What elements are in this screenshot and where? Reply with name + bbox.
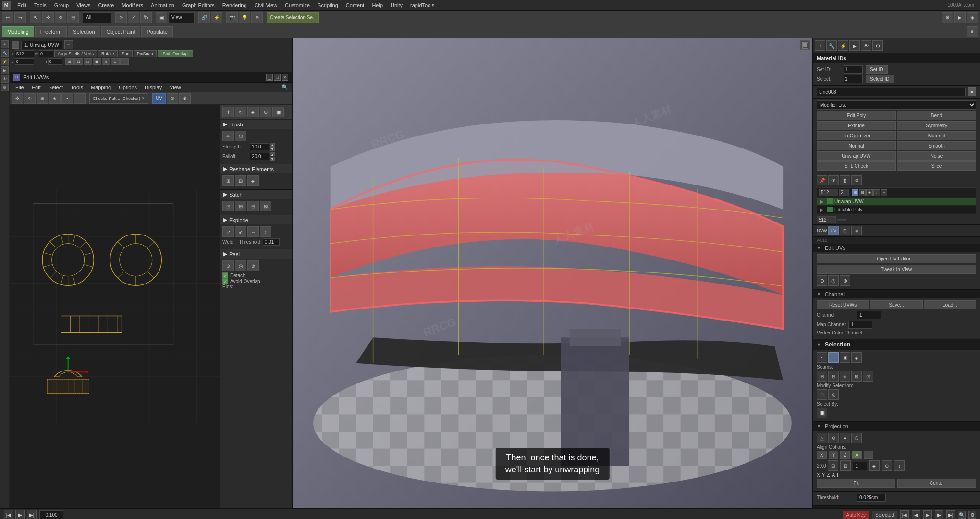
- proj-icon5[interactable]: ⊞: [828, 460, 838, 471]
- align-x-btn[interactable]: X: [817, 451, 827, 459]
- menu-rapid-tools[interactable]: rapidTools: [406, 0, 438, 11]
- peel-btn2[interactable]: ◎: [828, 275, 839, 286]
- brush-icon1[interactable]: ✏: [222, 131, 234, 141]
- menu-civil-view[interactable]: Civil View: [251, 0, 281, 11]
- proj-cyl-icon[interactable]: ⊙: [828, 432, 839, 443]
- settings-btn[interactable]: ≡: [967, 26, 978, 37]
- icon6[interactable]: ⊕: [111, 58, 120, 65]
- menu-views[interactable]: Views: [73, 0, 94, 11]
- rotate-btn-small[interactable]: Rotate: [98, 50, 118, 57]
- crosshair-icon-btn[interactable]: ✛: [222, 107, 234, 117]
- tab-object-paint[interactable]: Object Paint: [101, 26, 141, 37]
- uv-menu-options[interactable]: Options: [115, 83, 141, 92]
- avoid-overlap-checkbox[interactable]: ✓: [222, 278, 228, 284]
- vp-perspective-icon[interactable]: [800, 40, 810, 50]
- selection-header[interactable]: ▼ Selection: [813, 339, 980, 350]
- uv-menu-edit[interactable]: Edit: [28, 83, 45, 92]
- uv-search[interactable]: 🔍: [280, 84, 290, 90]
- rotate-icon-btn[interactable]: ↻: [235, 107, 246, 117]
- proj-val-input[interactable]: [853, 462, 867, 470]
- center-btn[interactable]: Center: [897, 479, 976, 488]
- pro-optimizer-btn[interactable]: ProOptimizer: [817, 131, 896, 140]
- freeform-icon-btn[interactable]: ◈: [247, 107, 259, 117]
- val-empty[interactable]: [837, 219, 846, 221]
- sel-face-icon[interactable]: ▣: [840, 352, 850, 363]
- object-color-swatch[interactable]: ■: [968, 87, 976, 96]
- channel-header[interactable]: ▼ Channel: [813, 290, 980, 298]
- uv-menu-select[interactable]: Select: [45, 83, 67, 92]
- menu-rendering[interactable]: Rendering: [219, 0, 251, 11]
- snap-icon-btn[interactable]: ⊙: [260, 107, 271, 117]
- mod-sel-icon1[interactable]: ⊙: [817, 389, 827, 400]
- modifier-list-dropdown[interactable]: Modifier List: [817, 100, 976, 110]
- icon4[interactable]: ▣: [93, 58, 101, 65]
- save-uvws-btn[interactable]: Save...: [870, 300, 922, 309]
- mod-sel-icon2[interactable]: ◎: [828, 389, 839, 400]
- material-btn[interactable]: Material: [897, 131, 976, 140]
- uv-menu-mapping[interactable]: Mapping: [87, 83, 115, 92]
- y-value-small[interactable]: 0: [15, 58, 34, 65]
- stack-unwrap-item[interactable]: ▶ Unwrap UVW: [817, 198, 976, 206]
- icon5[interactable]: ◈: [102, 58, 110, 65]
- proj-sph-icon[interactable]: ●: [840, 432, 850, 443]
- stack-val1[interactable]: 512: [819, 189, 838, 196]
- reshape-icon2[interactable]: ⊟: [235, 175, 246, 186]
- rp-icon-create[interactable]: +: [815, 40, 825, 51]
- object-name-field[interactable]: Line008: [817, 88, 966, 96]
- open-uv-editor-btn[interactable]: Open UV Editor ...: [817, 254, 976, 263]
- seam-icon3[interactable]: ◈: [840, 371, 850, 382]
- uv-move-btn[interactable]: ✛: [12, 93, 23, 104]
- scale-btn[interactable]: ⊞: [67, 12, 79, 23]
- tab-modeling[interactable]: Modeling: [2, 26, 34, 37]
- stack-icon5[interactable]: ↔: [881, 189, 887, 196]
- view-dropdown[interactable]: View: [168, 12, 195, 23]
- next-frame-btn[interactable]: ▶|: [27, 510, 37, 519]
- stitch-icon2[interactable]: ⊞: [235, 201, 246, 211]
- create-selection-btn[interactable]: Create Selection Se..: [267, 12, 319, 23]
- rp-icon-motion[interactable]: ▶: [849, 40, 860, 51]
- noise-btn[interactable]: Noise: [897, 151, 976, 161]
- smooth-btn[interactable]: Smooth: [897, 141, 976, 150]
- render-setup-btn[interactable]: ⚙: [942, 12, 953, 23]
- tool5-btn[interactable]: ▣: [272, 107, 284, 117]
- uv-menu-display[interactable]: Display: [141, 83, 166, 92]
- move-btn[interactable]: ✛: [42, 12, 54, 23]
- checker-dropdown[interactable]: CheckerPatt... (Checker) ▼: [89, 93, 148, 104]
- motion-btn[interactable]: ▶: [1, 66, 9, 74]
- select-btn[interactable]: ↖: [30, 12, 41, 23]
- menu-create[interactable]: Create: [94, 0, 118, 11]
- modify-btn[interactable]: 🔧: [1, 49, 9, 57]
- stack-unwrap-eye[interactable]: [827, 198, 833, 204]
- align-z-btn[interactable]: Z: [840, 451, 850, 459]
- peel-header[interactable]: ▶ Peel: [220, 249, 292, 259]
- icon2[interactable]: ⊟: [74, 58, 83, 65]
- align-a-btn[interactable]: A: [852, 451, 862, 459]
- proj-icon6[interactable]: ⊟: [840, 460, 851, 471]
- pix-snap-btn[interactable]: PixSnap: [134, 50, 157, 57]
- falloff-spinner[interactable]: ▲ ▼: [270, 152, 275, 161]
- reset-uvws-btn[interactable]: Reset UVWs: [817, 300, 869, 309]
- bend-btn[interactable]: Bend: [897, 111, 976, 120]
- icon7[interactable]: ↔: [120, 58, 129, 65]
- sel-element-icon[interactable]: ◈: [851, 352, 862, 363]
- explode-icon2[interactable]: ↙: [235, 226, 246, 237]
- stack-icon2[interactable]: ⊟: [859, 189, 866, 196]
- symmetry-btn[interactable]: Symmetry: [897, 121, 976, 130]
- strength-spinner[interactable]: ▲ ▼: [270, 143, 275, 151]
- set-id-btn[interactable]: Set ID: [866, 65, 888, 74]
- time-end-btn[interactable]: ▶|: [946, 510, 955, 519]
- brush-icon2[interactable]: ⬡: [235, 131, 246, 141]
- menu-graph-editors[interactable]: Graph Editors: [178, 0, 219, 11]
- uv-restore-btn[interactable]: □: [274, 74, 281, 81]
- stack-pin-btn[interactable]: 📌: [817, 175, 827, 185]
- reshape-icon1[interactable]: ⊞: [222, 175, 234, 186]
- stack-config-btn[interactable]: ⚙: [851, 175, 862, 185]
- reshape-header[interactable]: ▶ Reshape Elements: [220, 164, 292, 173]
- peel-icon2[interactable]: ◎: [235, 260, 246, 271]
- uv-scale-btn[interactable]: ⊞: [37, 93, 48, 104]
- prev-frame-btn[interactable]: |◀: [4, 510, 13, 519]
- selected-btn[interactable]: Selected: [872, 511, 897, 519]
- h-value[interactable]: 0: [48, 58, 62, 65]
- icon1[interactable]: ⊞: [65, 58, 74, 65]
- 3d-viewport[interactable]: Then, once that is done, we'll start by …: [293, 38, 812, 508]
